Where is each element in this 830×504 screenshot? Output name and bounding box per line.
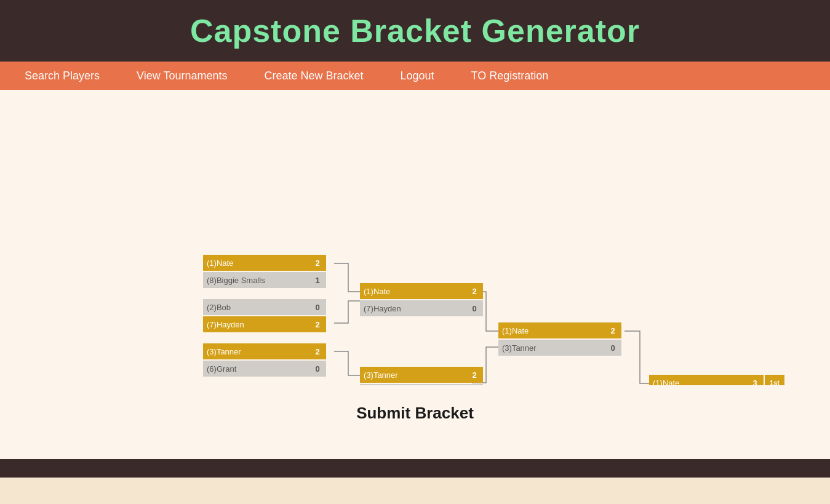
r3m1-top-score: 2 — [604, 322, 621, 338]
r2m1-bottom: (7)Hayden 0 — [360, 300, 483, 316]
finals-top: (1)Nate 3 1st — [649, 375, 784, 385]
r2m2-top: (3)Tanner 2 — [360, 367, 483, 383]
r2m1-top-name: (1)Nate — [360, 283, 466, 299]
r2m2-top-score: 2 — [466, 367, 483, 383]
r1m3-bottom: (6)Grant 0 — [203, 361, 326, 377]
footer — [0, 459, 830, 478]
r2m2-bottom: (4)Amanda 1 — [360, 384, 483, 385]
navigation: Search Players View Tournaments Create N… — [0, 62, 830, 90]
nav-to-registration[interactable]: TO Registration — [453, 63, 567, 89]
nav-view-tournaments[interactable]: View Tournaments — [118, 63, 245, 89]
r3m1-bot-name: (3)Tanner — [498, 340, 604, 356]
r3-match-1: (1)Nate 2 (3)Tanner 0 — [498, 322, 621, 357]
finals-top-name: (1)Nate — [649, 375, 746, 385]
r2m2-bot-name: (4)Amanda — [360, 384, 466, 385]
submit-bracket-button[interactable]: Submit Bracket — [18, 404, 812, 423]
r2m1-bot-name: (7)Hayden — [360, 300, 466, 316]
r1m1-top: (1)Nate 2 — [203, 255, 326, 271]
r1m2-top-score: 0 — [309, 299, 326, 315]
r1m1-bottom: (8)Biggie Smalls 1 — [203, 272, 326, 288]
r3m1-top-name: (1)Nate — [498, 322, 604, 338]
header: Capstone Bracket Generator — [0, 0, 830, 62]
nav-logout[interactable]: Logout — [382, 63, 453, 89]
r3m1-top: (1)Nate 2 — [498, 322, 621, 338]
r1m2-bot-score: 2 — [309, 316, 326, 332]
bracket-area: (8)Biggie Smalls 2 (2)Bob 0 (6)Grant 2 (… — [18, 102, 806, 385]
r1m1-bot-name: (8)Biggie Smalls — [203, 272, 309, 288]
r2m2-top-name: (3)Tanner — [360, 367, 466, 383]
r1m1-top-score: 2 — [309, 255, 326, 271]
bracket-container: (8)Biggie Smalls 2 (2)Bob 0 (6)Grant 2 (… — [18, 102, 812, 385]
r1m3-top-name: (3)Tanner — [203, 343, 309, 359]
r2m1-top-score: 2 — [466, 283, 483, 299]
r2m1-top: (1)Nate 2 — [360, 283, 483, 299]
main-content: (8)Biggie Smalls 2 (2)Bob 0 (6)Grant 2 (… — [0, 90, 830, 459]
finals-top-score: 3 — [746, 375, 764, 385]
r3m1-bot-score: 0 — [604, 340, 621, 356]
app-title: Capstone Bracket Generator — [12, 12, 818, 49]
r1-match-2: (2)Bob 0 (7)Hayden 2 — [203, 299, 326, 334]
r1m2-top-name: (2)Bob — [203, 299, 309, 315]
nav-create-new-bracket[interactable]: Create New Bracket — [245, 63, 381, 89]
r1m1-bot-score: 1 — [309, 272, 326, 288]
r1m2-bot-name: (7)Hayden — [203, 316, 309, 332]
r1-match-3: (3)Tanner 2 (6)Grant 0 — [203, 343, 326, 378]
r1m3-bot-score: 0 — [309, 361, 326, 377]
finals-match-1: (1)Nate 3 1st (4)Amanda 0 2nd — [649, 375, 784, 385]
r2-match-2: (3)Tanner 2 (4)Amanda 1 — [360, 367, 483, 385]
r1m1-top-name: (1)Nate — [203, 255, 309, 271]
r3m1-bottom: (3)Tanner 0 — [498, 340, 621, 356]
r1m3-top: (3)Tanner 2 — [203, 343, 326, 359]
r1-match-1: (1)Nate 2 (8)Biggie Smalls 1 — [203, 255, 326, 289]
nav-search-players[interactable]: Search Players — [6, 63, 118, 89]
placement-1st: 1st — [765, 375, 784, 385]
r2m2-bot-score: 1 — [466, 384, 483, 385]
r1m3-bot-name: (6)Grant — [203, 361, 309, 377]
r2-match-1: (1)Nate 2 (7)Hayden 0 — [360, 283, 483, 318]
r2m1-bot-score: 0 — [466, 300, 483, 316]
r1m2-bottom: (7)Hayden 2 — [203, 316, 326, 332]
r1m3-top-score: 2 — [309, 343, 326, 359]
bracket-connectors — [18, 102, 806, 385]
r1m2-top: (2)Bob 0 — [203, 299, 326, 315]
